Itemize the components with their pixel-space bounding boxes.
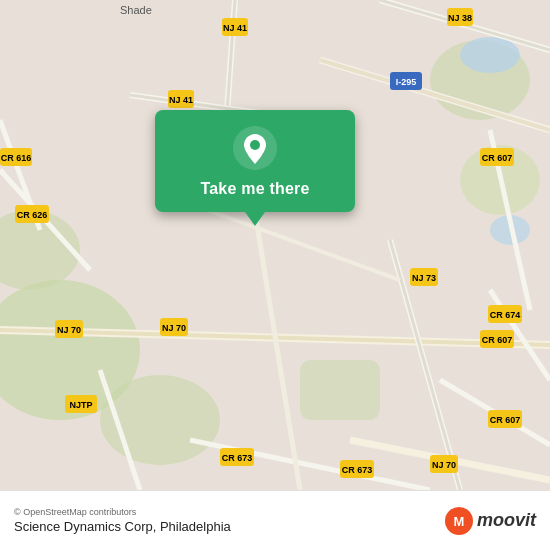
svg-text:CR 673: CR 673 (222, 453, 253, 463)
svg-text:CR 674: CR 674 (490, 310, 521, 320)
navigation-popup[interactable]: Take me there (155, 110, 355, 212)
svg-text:CR 626: CR 626 (17, 210, 48, 220)
svg-text:CR 607: CR 607 (490, 415, 521, 425)
take-me-there-label: Take me there (200, 180, 309, 198)
bottom-bar: © OpenStreetMap contributors Science Dyn… (0, 490, 550, 550)
svg-text:NJ 38: NJ 38 (448, 13, 472, 23)
svg-text:NJ 70: NJ 70 (162, 323, 186, 333)
svg-text:Shade: Shade (120, 4, 152, 16)
place-info: © OpenStreetMap contributors Science Dyn… (14, 507, 231, 534)
map-attribution: © OpenStreetMap contributors (14, 507, 231, 517)
svg-text:CR 607: CR 607 (482, 335, 513, 345)
svg-text:NJ 70: NJ 70 (57, 325, 81, 335)
svg-text:CR 616: CR 616 (1, 153, 32, 163)
moovit-brand-icon: M (445, 507, 473, 535)
svg-text:NJ 73: NJ 73 (412, 273, 436, 283)
svg-point-67 (250, 140, 260, 150)
place-name: Science Dynamics Corp, Philadelphia (14, 519, 231, 534)
svg-text:M: M (454, 514, 465, 529)
svg-text:NJ 70: NJ 70 (432, 460, 456, 470)
svg-text:NJ 41: NJ 41 (169, 95, 193, 105)
svg-rect-6 (300, 360, 380, 420)
svg-point-7 (460, 37, 520, 73)
svg-text:CR 673: CR 673 (342, 465, 373, 475)
svg-text:NJTP: NJTP (69, 400, 92, 410)
moovit-logo: M moovit (445, 507, 536, 535)
map-container: NJ 41 NJ 38 NJ 41 I-295 CR 616 CR 626 NJ… (0, 0, 550, 490)
svg-text:NJ 41: NJ 41 (223, 23, 247, 33)
moovit-text: moovit (477, 510, 536, 531)
svg-text:CR 607: CR 607 (482, 153, 513, 163)
map-background: NJ 41 NJ 38 NJ 41 I-295 CR 616 CR 626 NJ… (0, 0, 550, 490)
svg-text:I-295: I-295 (396, 77, 417, 87)
location-pin-icon (233, 126, 277, 170)
